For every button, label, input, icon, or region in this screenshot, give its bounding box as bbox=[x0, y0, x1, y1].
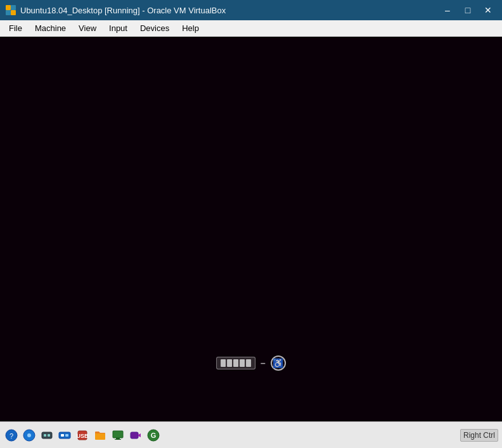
svg-point-7 bbox=[27, 433, 31, 437]
keyboard-icon bbox=[216, 357, 255, 369]
window-title: Ubuntu18.04_Desktop [Running] - Oracle V… bbox=[20, 6, 226, 15]
svg-rect-19 bbox=[131, 432, 138, 438]
svg-rect-17 bbox=[116, 438, 120, 439]
app-icon bbox=[5, 4, 16, 16]
vm-display[interactable]: – ♿ bbox=[0, 37, 502, 421]
guest-additions-icon[interactable]: G bbox=[146, 428, 161, 443]
close-button[interactable]: ✕ bbox=[479, 3, 497, 17]
titlebar-left: Ubuntu18.04_Desktop [Running] - Oracle V… bbox=[5, 4, 226, 16]
menu-help[interactable]: Help bbox=[176, 22, 205, 35]
accessibility-icon: ♿ bbox=[271, 355, 286, 371]
menu-input[interactable]: Input bbox=[103, 22, 134, 35]
usb-drives-icon[interactable] bbox=[39, 428, 55, 443]
menubar: File Machine View Input Devices Help bbox=[0, 20, 502, 37]
svg-rect-3 bbox=[11, 10, 16, 15]
titlebar: Ubuntu18.04_Desktop [Running] - Oracle V… bbox=[0, 0, 502, 20]
menu-devices[interactable]: Devices bbox=[134, 22, 176, 35]
svg-rect-8 bbox=[42, 432, 52, 438]
svg-rect-9 bbox=[44, 434, 46, 437]
statusbar: ? bbox=[0, 421, 502, 448]
titlebar-controls: – □ ✕ bbox=[439, 3, 497, 17]
shared-folders-icon[interactable] bbox=[93, 428, 108, 443]
svg-rect-10 bbox=[48, 434, 50, 437]
center-overlay: – ♿ bbox=[216, 355, 286, 371]
svg-rect-11 bbox=[59, 432, 70, 438]
svg-rect-13 bbox=[65, 434, 68, 437]
minimize-button[interactable]: – bbox=[439, 3, 456, 17]
menu-view[interactable]: View bbox=[72, 22, 103, 35]
usb-icon[interactable]: USB bbox=[75, 428, 90, 443]
display-icon[interactable] bbox=[110, 428, 126, 443]
statusbar-right: Right Ctrl bbox=[460, 429, 498, 442]
statusbar-left: ? bbox=[4, 428, 161, 443]
svg-rect-2 bbox=[6, 10, 11, 15]
overlay-separator: – bbox=[261, 358, 266, 368]
audio-icon[interactable]: ? bbox=[4, 428, 19, 443]
svg-rect-18 bbox=[115, 439, 121, 440]
recording-icon[interactable] bbox=[128, 428, 143, 443]
svg-rect-16 bbox=[113, 431, 123, 438]
svg-text:?: ? bbox=[10, 432, 13, 440]
menu-file[interactable]: File bbox=[3, 22, 29, 35]
svg-rect-1 bbox=[11, 5, 16, 10]
maximize-button[interactable]: □ bbox=[459, 3, 477, 17]
right-ctrl-label: Right Ctrl bbox=[460, 429, 498, 442]
svg-rect-12 bbox=[61, 434, 64, 437]
cd-icon[interactable] bbox=[22, 428, 37, 443]
svg-rect-0 bbox=[6, 5, 11, 10]
svg-text:USB: USB bbox=[76, 433, 89, 439]
network-icon[interactable] bbox=[57, 428, 72, 443]
menu-machine[interactable]: Machine bbox=[29, 22, 72, 35]
svg-marker-20 bbox=[138, 433, 141, 437]
svg-text:G: G bbox=[151, 432, 157, 439]
